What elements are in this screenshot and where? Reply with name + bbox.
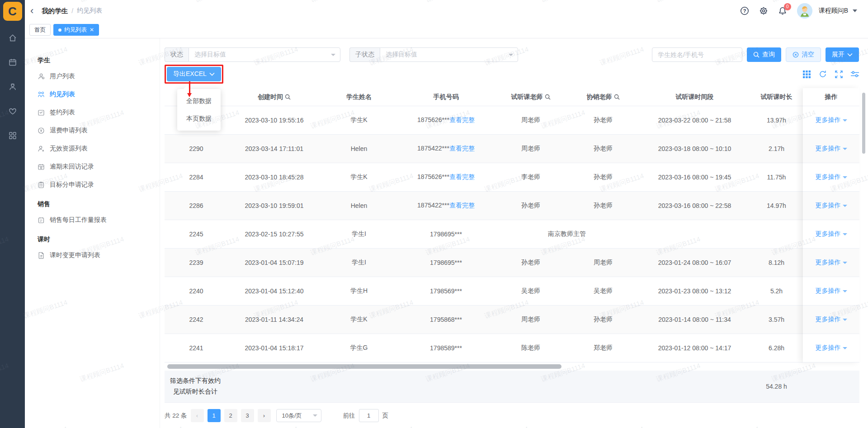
prev-page-button[interactable]: ‹ <box>191 409 204 422</box>
vertical-scrollbar-thumb[interactable] <box>862 93 865 154</box>
chevron-down-icon <box>843 176 847 179</box>
cell-student-name: Helen <box>321 145 397 152</box>
column-settings-icon[interactable] <box>851 71 859 78</box>
sidebar-item-0-3[interactable]: 退费申请列表 <box>38 122 151 140</box>
notification-badge: 0 <box>784 3 791 10</box>
table-grid-icon[interactable] <box>803 71 811 78</box>
export-menu-item-0[interactable]: 全部数据 <box>177 92 221 110</box>
sidebar-section-title: 销售 <box>38 200 151 208</box>
sidebar-item-label: 用户列表 <box>50 72 75 80</box>
cell-created-time: 2023-03-10 18:45:28 <box>228 174 321 181</box>
view-full-phone-link[interactable]: 查看完整 <box>449 145 475 152</box>
column-search-icon[interactable] <box>545 94 551 100</box>
user-icon <box>38 73 45 80</box>
column-search-icon[interactable] <box>285 94 291 100</box>
back-icon[interactable]: ‹ <box>30 6 33 16</box>
more-actions-label: 更多操作 <box>816 116 841 124</box>
home-icon[interactable] <box>8 33 17 42</box>
more-actions-link[interactable]: 更多操作 <box>816 202 847 210</box>
chevron-down-icon <box>843 319 847 321</box>
tab-meeting-list[interactable]: 约见列表 ✕ <box>53 24 99 36</box>
more-actions-link[interactable]: 更多操作 <box>816 315 847 324</box>
sidebar-item-2-0[interactable]: 课时变更申请列表 <box>38 246 151 264</box>
cell-assist-teacher: 郑老师 <box>567 344 639 352</box>
notification-bell-icon[interactable]: 0 <box>778 6 787 15</box>
more-actions-link[interactable]: 更多操作 <box>816 287 847 295</box>
cell-phone: 1875626***查看完整 <box>397 116 495 124</box>
more-actions-link[interactable]: 更多操作 <box>816 344 847 352</box>
sidebar-item-0-0[interactable]: 用户列表 <box>38 67 151 85</box>
cell-assist-teacher: 孙老师 <box>567 116 639 124</box>
top-header: ‹ 我的学生 / 约见列表 ? 0 课程顾问B <box>25 0 868 22</box>
cell-trial-teacher: 李老师 <box>495 173 567 181</box>
cell-trial-duration: 6.28h <box>750 344 803 352</box>
heart-icon[interactable] <box>8 107 17 116</box>
meeting-table: 创建时间学生姓名手机号码试听课老师协销老师试听课时间段试听课时长 2023-03… <box>165 88 859 403</box>
apps-grid-icon[interactable] <box>8 131 17 140</box>
table-fixed-action-column: 操作更多操作更多操作更多操作更多操作更多操作更多操作更多操作更多操作更多操作 <box>803 88 859 362</box>
action-cell: 更多操作 <box>803 192 859 220</box>
user-name[interactable]: 课程顾问B <box>819 7 848 15</box>
page-button-3[interactable]: 3 <box>241 409 254 422</box>
horizontal-scrollbar-thumb[interactable] <box>167 364 561 369</box>
next-page-button[interactable]: › <box>258 409 271 422</box>
user-menu-caret-icon[interactable] <box>853 9 857 12</box>
tab-home[interactable]: 首页 <box>29 24 51 36</box>
column-header-8: 试听课时长 <box>750 93 803 101</box>
view-full-phone-link[interactable]: 查看完整 <box>449 173 475 180</box>
expand-button[interactable]: 展开 <box>826 47 859 62</box>
sidebar-item-0-6[interactable]: 目标分申请记录 <box>38 176 151 194</box>
column-search-icon[interactable] <box>614 94 620 100</box>
help-icon[interactable]: ? <box>740 6 749 15</box>
cell-student-name: 学生G <box>321 344 397 352</box>
sidebar-item-0-2[interactable]: 签约列表 <box>38 103 151 122</box>
sidebar-item-label: 逾期未回访记录 <box>50 163 94 171</box>
more-actions-link[interactable]: 更多操作 <box>816 145 847 153</box>
overdue-calendar-icon <box>38 163 45 170</box>
view-full-phone-link[interactable]: 查看完整 <box>449 202 475 209</box>
clear-button[interactable]: 清空 <box>786 47 821 62</box>
view-full-phone-link[interactable]: 查看完整 <box>449 116 475 123</box>
sidebar-item-0-4[interactable]: 无效资源列表 <box>38 140 151 158</box>
sidebar-item-0-1[interactable]: 约见列表 <box>38 85 151 103</box>
horizontal-scrollbar[interactable] <box>165 364 803 369</box>
substatus-select[interactable]: 选择目标值 <box>380 47 518 62</box>
page-button-2[interactable]: 2 <box>224 409 237 422</box>
target-clipboard-icon <box>38 181 45 188</box>
column-header-5: 试听课老师 <box>495 93 567 101</box>
sidebar-item-label: 目标分申请记录 <box>50 181 94 189</box>
sidebar-section-title: 学生 <box>38 56 151 65</box>
search-button[interactable]: 查询 <box>747 47 781 62</box>
page-size-select[interactable]: 10条/页 <box>276 409 321 422</box>
action-column-header: 操作 <box>803 88 859 106</box>
action-cell: 更多操作 <box>803 220 859 249</box>
more-actions-link[interactable]: 更多操作 <box>816 173 847 181</box>
sidebar-item-0-5[interactable]: 逾期未回访记录 <box>38 158 151 176</box>
substatus-filter-label: 子状态 <box>349 47 380 62</box>
fullscreen-icon[interactable] <box>835 71 843 78</box>
breadcrumb-separator: / <box>71 7 73 14</box>
sidebar-item-1-0[interactable]: 销售每日工作量报表 <box>38 211 151 229</box>
calendar-icon[interactable] <box>8 58 17 67</box>
page-button-1[interactable]: 1 <box>208 409 221 422</box>
chevron-down-icon <box>847 53 853 56</box>
action-cell: 更多操作 <box>803 306 859 334</box>
export-menu-item-1[interactable]: 本页数据 <box>177 110 221 127</box>
app-logo[interactable]: C <box>3 2 22 21</box>
refresh-icon[interactable] <box>819 70 827 78</box>
tab-close-icon[interactable]: ✕ <box>90 27 94 33</box>
more-actions-link[interactable]: 更多操作 <box>816 116 847 124</box>
more-actions-link[interactable]: 更多操作 <box>816 230 847 238</box>
search-input[interactable] <box>652 47 742 62</box>
more-actions-link[interactable]: 更多操作 <box>816 259 847 267</box>
settings-gear-icon[interactable] <box>759 6 768 15</box>
goto-page-input[interactable] <box>359 409 379 422</box>
phone-masked: 1875422*** <box>417 202 449 209</box>
change-doc-icon <box>38 252 45 259</box>
chevron-down-icon <box>509 54 513 56</box>
teacher-icon[interactable] <box>8 82 17 91</box>
column-header-4: 手机号码 <box>397 93 495 101</box>
avatar[interactable] <box>797 3 812 19</box>
export-excel-button[interactable]: 导出EXCEL <box>167 67 221 81</box>
status-select[interactable]: 选择目标值 <box>189 47 340 62</box>
